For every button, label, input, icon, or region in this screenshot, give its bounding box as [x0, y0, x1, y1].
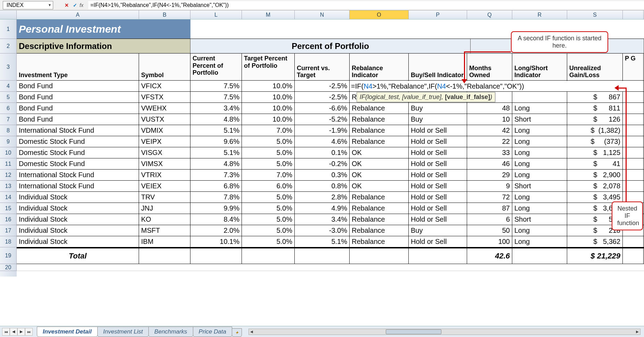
cell-B[interactable]: JNJ [139, 203, 190, 214]
row-header-10[interactable]: 10 [0, 147, 17, 158]
cell-O[interactable]: Rebalance [350, 125, 409, 136]
cell-R[interactable]: Long [512, 203, 567, 214]
cell-S[interactable]: $ 2,078 [567, 181, 623, 191]
cell-A[interactable]: Individual Stock [17, 225, 139, 236]
tab-investment-list[interactable]: Investment List [97, 327, 149, 337]
cell-A[interactable]: Domestic Stock Fund [17, 136, 139, 147]
cell-M[interactable]: 10.0% [242, 81, 295, 91]
col-header-A[interactable]: A [17, 10, 139, 19]
row-header-2[interactable]: 2 [0, 39, 17, 54]
cell-R[interactable]: Long [512, 170, 567, 180]
cell-N[interactable]: 3.4% [295, 214, 350, 225]
scroll-thumb[interactable] [386, 329, 441, 334]
cell-P[interactable]: Hold or Sell [409, 170, 467, 180]
cell-Q[interactable]: 42 [467, 125, 512, 136]
cell-N[interactable]: -0.2% [295, 158, 350, 169]
cell-R[interactable]: Long [512, 147, 567, 158]
col-header-P[interactable]: P [409, 10, 467, 19]
cell-A[interactable]: Bond Fund [17, 92, 139, 102]
cell-O[interactable]: Rebalance [350, 203, 409, 214]
cell-O[interactable]: Rebalance [350, 236, 409, 247]
cell-O[interactable]: Rebalance [350, 136, 409, 147]
col-header-O[interactable]: O [350, 10, 409, 19]
cell-B[interactable]: VIMSX [139, 158, 190, 169]
cell-P[interactable]: Hold or Sell [409, 125, 467, 136]
cell-L[interactable]: 6.8% [190, 181, 242, 191]
cell-S[interactable]: $ 5,362 [567, 236, 623, 247]
select-all-corner[interactable] [0, 10, 17, 19]
cell-O[interactable]: Rebalance [350, 103, 409, 114]
cell-N[interactable]: -2.5% [295, 92, 350, 102]
row-header-11[interactable]: 11 [0, 158, 17, 170]
cell-B[interactable]: VISGX [139, 147, 190, 158]
cell-Q[interactable]: 50 [467, 225, 512, 236]
cell-A[interactable]: Domestic Stock Fund [17, 147, 139, 158]
cell-B[interactable]: IBM [139, 236, 190, 247]
cell-M[interactable]: 7.0% [242, 125, 295, 136]
cell-R[interactable]: Short [512, 181, 567, 191]
cell-N[interactable]: -5.2% [295, 114, 350, 125]
cell-P[interactable]: Hold or Sell [409, 158, 467, 169]
cell-S[interactable]: $ 126 [567, 114, 623, 125]
cell-P[interactable]: Hold or Sell [409, 147, 467, 158]
scroll-left-icon[interactable]: ◀ [249, 330, 254, 334]
cell-S[interactable]: $ 811 [567, 103, 623, 114]
row-header-15[interactable]: 15 [0, 203, 17, 214]
cell-S[interactable]: $ 867 [567, 92, 623, 102]
formula-input[interactable] [88, 1, 644, 9]
row-header-6[interactable]: 6 [0, 103, 17, 114]
cell-O[interactable]: OK [350, 181, 409, 191]
cell-O[interactable]: Rebalance [350, 114, 409, 125]
cell-S[interactable]: $ (1,382) [567, 125, 623, 136]
cell-R[interactable]: Long [512, 158, 567, 169]
cell-P[interactable]: Hold or Sell [409, 214, 467, 225]
cell-R[interactable]: Long [512, 125, 567, 136]
tab-benchmarks[interactable]: Benchmarks [148, 327, 193, 337]
cell-P[interactable]: Buy [409, 225, 467, 236]
cell-B[interactable]: VEIPX [139, 136, 190, 147]
cell-B[interactable]: VDMIX [139, 125, 190, 136]
col-header-R[interactable]: R [512, 10, 567, 19]
cell-L[interactable]: 4.8% [190, 158, 242, 169]
col-header-T[interactable] [623, 10, 644, 19]
col-header-Q[interactable]: Q [467, 10, 512, 19]
cell-M[interactable]: 5.0% [242, 158, 295, 169]
cell-B[interactable]: MSFT [139, 225, 190, 236]
row-header-3[interactable]: 3 [0, 54, 17, 81]
cell-L[interactable]: 7.3% [190, 170, 242, 180]
cell-A[interactable]: International Stock Fund [17, 170, 139, 180]
cell-Q[interactable]: 10 [467, 114, 512, 125]
cancel-button[interactable]: ✕ [63, 1, 71, 9]
last-sheet-button[interactable]: ⏭ [25, 328, 33, 336]
next-sheet-button[interactable]: ▶ [17, 328, 25, 336]
cell-A[interactable]: Bond Fund [17, 81, 139, 91]
cell-B[interactable]: VWEHX [139, 103, 190, 114]
row-header-5[interactable]: 5 [0, 92, 17, 103]
cell-L[interactable]: 5.1% [190, 147, 242, 158]
cell-S[interactable]: $ (373) [567, 136, 623, 147]
cell-Q[interactable]: 29 [467, 170, 512, 180]
row-header-12[interactable]: 12 [0, 170, 17, 181]
cell-S[interactable]: $ 1,125 [567, 147, 623, 158]
cell-A[interactable]: International Stock Fund [17, 125, 139, 136]
cell-P[interactable]: Hold or Sell [409, 236, 467, 247]
cell-L[interactable]: 9.6% [190, 136, 242, 147]
cell-Q[interactable]: 48 [467, 103, 512, 114]
col-header-L[interactable]: L [190, 10, 242, 19]
cell-L[interactable]: 4.8% [190, 114, 242, 125]
cell-Q[interactable]: 72 [467, 192, 512, 203]
editing-cell-formula[interactable]: =IF(N4>1%,"Rebalance",IF(N4<-1%,"Rebalan… [350, 81, 628, 91]
cell-P[interactable]: Hold or Sell [409, 181, 467, 191]
col-header-B[interactable]: B [139, 10, 190, 19]
row-header-16[interactable]: 16 [0, 214, 17, 225]
cell-B[interactable]: VEIEX [139, 181, 190, 191]
name-box[interactable]: INDEX ▼ [3, 1, 53, 9]
cell-R[interactable]: Long [512, 192, 567, 203]
first-sheet-button[interactable]: ⏮ [2, 328, 10, 336]
cell-P[interactable]: Hold or Sell [409, 136, 467, 147]
cell-N[interactable]: 4.9% [295, 203, 350, 214]
cell-B[interactable]: VTRIX [139, 170, 190, 180]
cell-M[interactable]: 5.0% [242, 225, 295, 236]
cell-A[interactable]: Individual Stock [17, 192, 139, 203]
col-header-S[interactable]: S [567, 10, 623, 19]
